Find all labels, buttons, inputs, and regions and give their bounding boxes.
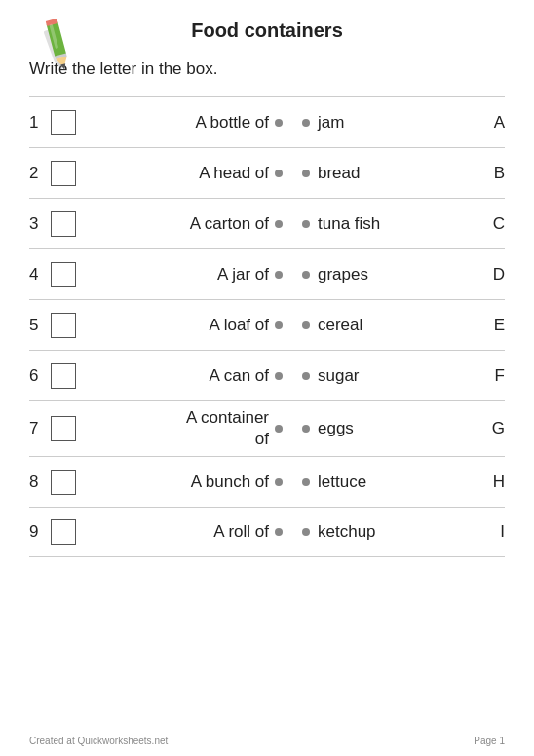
connector-dot-right bbox=[302, 170, 310, 177]
table-row: 9A roll ofketchupI bbox=[29, 507, 505, 557]
connector-dot-right bbox=[302, 220, 310, 228]
table-row: 1A bottle ofjamA bbox=[29, 96, 505, 147]
right-word: grapes bbox=[318, 265, 485, 284]
right-word: tuna fish bbox=[318, 214, 485, 234]
left-phrase: A can of bbox=[84, 366, 275, 386]
instruction-text: Write the letter in the box. bbox=[29, 59, 505, 79]
left-phrase: A bottle of bbox=[84, 113, 275, 132]
table-row: 3A carton oftuna fishC bbox=[29, 198, 505, 248]
table-row: 7A containerofeggsG bbox=[29, 400, 505, 456]
answer-letter: A bbox=[485, 113, 505, 132]
row-number: 7 bbox=[29, 419, 51, 438]
connector-dot-left bbox=[275, 119, 283, 127]
answer-box[interactable] bbox=[51, 110, 76, 135]
answer-letter: F bbox=[485, 366, 505, 386]
right-word: sugar bbox=[318, 366, 485, 386]
right-word: jam bbox=[318, 113, 485, 132]
answer-letter: B bbox=[485, 164, 505, 183]
connector-dot-left bbox=[275, 321, 283, 329]
right-word: cereal bbox=[318, 316, 485, 335]
page-header: Food containers bbox=[29, 19, 505, 42]
connector-dot-right bbox=[302, 271, 310, 279]
answer-box[interactable] bbox=[51, 313, 76, 338]
row-number: 1 bbox=[29, 113, 51, 132]
table-row: 4A jar ofgrapesD bbox=[29, 248, 505, 299]
answer-box[interactable] bbox=[51, 519, 76, 545]
connector-dot-right bbox=[302, 528, 310, 536]
answer-box[interactable] bbox=[51, 416, 76, 441]
left-phrase: A bunch of bbox=[84, 472, 275, 492]
page-title: Food containers bbox=[191, 19, 343, 42]
table-row: 6A can ofsugarF bbox=[29, 350, 505, 400]
answer-box[interactable] bbox=[51, 262, 76, 287]
answer-box[interactable] bbox=[51, 363, 76, 389]
answer-letter: C bbox=[485, 214, 505, 234]
connector-dot-left bbox=[275, 528, 283, 536]
right-word: ketchup bbox=[318, 522, 485, 542]
answer-letter: G bbox=[485, 419, 505, 438]
page-footer: Created at Quickworksheets.net Page 1 bbox=[0, 736, 534, 746]
right-word: lettuce bbox=[318, 472, 485, 492]
table-row: 5A loaf ofcerealE bbox=[29, 299, 505, 350]
answer-letter: I bbox=[485, 522, 505, 542]
connector-dot-left bbox=[275, 271, 283, 279]
answer-box[interactable] bbox=[51, 161, 76, 186]
left-phrase: A loaf of bbox=[84, 316, 275, 335]
row-number: 6 bbox=[29, 366, 51, 386]
connector-dot-right bbox=[302, 321, 310, 329]
table-row: 8A bunch oflettuceH bbox=[29, 456, 505, 507]
connector-dot-right bbox=[302, 478, 310, 486]
answer-box[interactable] bbox=[51, 211, 76, 237]
left-phrase: A jar of bbox=[84, 265, 275, 284]
table-row: 2A head ofbreadB bbox=[29, 147, 505, 198]
left-phrase: A head of bbox=[84, 164, 275, 183]
right-word: bread bbox=[318, 164, 485, 183]
row-number: 9 bbox=[29, 522, 51, 542]
row-number: 3 bbox=[29, 214, 51, 234]
left-phrase: A roll of bbox=[84, 522, 275, 542]
connector-dot-left bbox=[275, 372, 283, 380]
answer-letter: H bbox=[485, 472, 505, 492]
footer-right: Page 1 bbox=[474, 736, 505, 746]
row-number: 2 bbox=[29, 164, 51, 183]
row-number: 4 bbox=[29, 265, 51, 284]
connector-dot-left bbox=[275, 170, 283, 177]
connector-dot-left bbox=[275, 220, 283, 228]
worksheet: 1A bottle ofjamA2A head ofbreadB3A carto… bbox=[29, 96, 505, 557]
connector-dot-right bbox=[302, 372, 310, 380]
footer-left: Created at Quickworksheets.net bbox=[29, 736, 168, 746]
left-phrase: A containerof bbox=[84, 407, 275, 450]
answer-box[interactable] bbox=[51, 470, 76, 495]
connector-dot-left bbox=[275, 478, 283, 486]
connector-dot-right bbox=[302, 425, 310, 433]
pencil-icon bbox=[29, 15, 88, 77]
right-word: eggs bbox=[318, 419, 485, 438]
row-number: 5 bbox=[29, 316, 51, 335]
answer-letter: D bbox=[485, 265, 505, 284]
left-phrase: A carton of bbox=[84, 214, 275, 234]
connector-dot-left bbox=[275, 425, 283, 433]
row-number: 8 bbox=[29, 472, 51, 492]
connector-dot-right bbox=[302, 119, 310, 127]
answer-letter: E bbox=[485, 316, 505, 335]
